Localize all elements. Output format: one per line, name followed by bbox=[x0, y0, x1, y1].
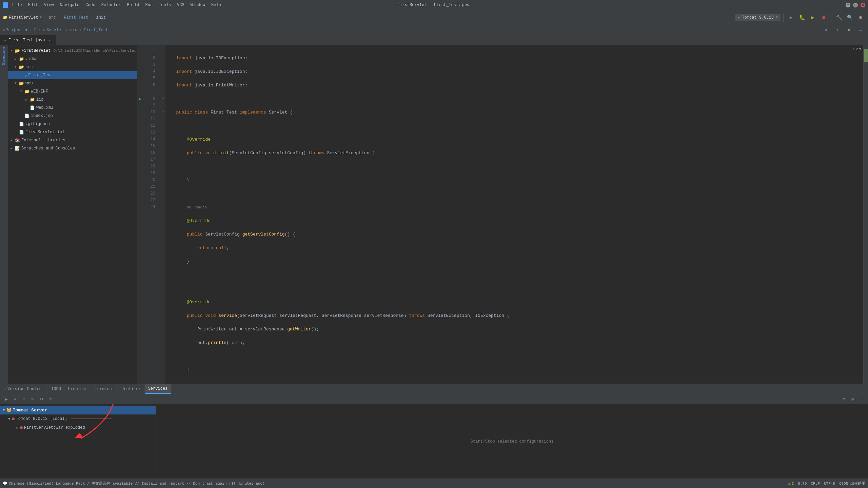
warning-count: 2 bbox=[856, 47, 858, 51]
tree-item-gitignore[interactable]: 📄 .gitignore bbox=[8, 120, 137, 128]
vc-icon: ⑂ bbox=[3, 387, 6, 391]
fold-row-1 bbox=[161, 48, 165, 55]
tab-terminal[interactable]: Terminal bbox=[91, 384, 118, 394]
settings-button[interactable]: ⚙ bbox=[856, 13, 865, 22]
services-collapse-btn[interactable]: ⊖ bbox=[20, 395, 28, 403]
run-config-selector[interactable]: ▶ Tomcat 9.0.13 ▼ bbox=[735, 14, 781, 21]
warning-status[interactable]: ⚠ 2 bbox=[788, 481, 794, 486]
menu-navigate[interactable]: Navigate bbox=[58, 2, 81, 8]
menu-code[interactable]: Code bbox=[83, 2, 97, 8]
build-button[interactable]: 🔨 bbox=[834, 13, 844, 22]
menu-build[interactable]: Build bbox=[125, 2, 141, 8]
status-left: 💬 Chinese (Simplified) Language Pack / 中… bbox=[3, 481, 265, 486]
maximize-button[interactable]: □ bbox=[853, 3, 858, 7]
tree-label-idea: .idea bbox=[25, 57, 38, 61]
menu-file[interactable]: File bbox=[10, 2, 24, 8]
tree-item-iml[interactable]: 📄 FirstServlet.iml bbox=[8, 128, 137, 136]
svc-tomcat-icon: 🐱 bbox=[6, 408, 12, 413]
services-filter-btn[interactable]: ⊟ bbox=[38, 395, 45, 403]
fold-row-6 bbox=[161, 82, 165, 89]
tree-item-src[interactable]: ▼ 📂 src bbox=[8, 63, 137, 71]
expand-arrow-root: ▼ bbox=[9, 49, 14, 53]
menu-run[interactable]: Run bbox=[143, 2, 155, 8]
encoding-indicator[interactable]: UTF-8 bbox=[824, 482, 835, 486]
tab-services[interactable]: Services bbox=[145, 384, 172, 394]
position-indicator[interactable]: 8:76 bbox=[798, 482, 807, 486]
coverage-button[interactable]: ▶ bbox=[808, 13, 817, 22]
project-selector[interactable]: 📁 FirstServlet ▼ bbox=[3, 15, 41, 20]
code-content[interactable]: import java.io.IOException; import java.… bbox=[165, 45, 863, 384]
tree-item-lib[interactable]: ▶ 📁 lib bbox=[8, 96, 137, 104]
structure-icon[interactable]: Structure bbox=[2, 47, 6, 65]
gutter-run-icon-8[interactable]: ▶ bbox=[137, 96, 144, 102]
tab-profiler[interactable]: Profiler bbox=[118, 384, 145, 394]
nav-collapse-btn[interactable]: ⊖ bbox=[821, 25, 831, 35]
line-num-10: 10 bbox=[144, 109, 158, 116]
menu-view[interactable]: View bbox=[42, 2, 56, 8]
notification-area[interactable]: 💬 Chinese (Simplified) Language Pack / 中… bbox=[3, 481, 265, 486]
tree-item-first-test[interactable]: ☕ First_Test bbox=[8, 71, 137, 79]
menu-help[interactable]: Help bbox=[209, 2, 223, 8]
services-add-btn[interactable]: + bbox=[47, 395, 54, 403]
line-separator-indicator[interactable]: CRLF bbox=[811, 482, 820, 486]
tree-item-scratches[interactable]: ▶ 📝 Scratches and Consoles bbox=[8, 144, 137, 152]
code-editor[interactable]: ⚠ 2 ▼ ▶ 1 bbox=[137, 45, 868, 384]
file-tree: ▼ 📂 FirstServlet D:\IntelliJIDEAWorkBenc… bbox=[8, 45, 137, 384]
tab-first-test[interactable]: ☕ First_Test.java ✕ bbox=[0, 35, 56, 45]
scroll-thumb[interactable] bbox=[864, 49, 868, 62]
tree-item-idea[interactable]: ▶ 📁 .idea bbox=[8, 55, 137, 63]
tab-version-control[interactable]: ⑂ Version Control bbox=[0, 384, 48, 394]
services-run-btn[interactable]: ▶ bbox=[3, 395, 10, 403]
editor-viewport[interactable]: ▶ 1 2 3 4 5 6 7 8 9 10 11 12 13 14 bbox=[137, 45, 868, 384]
svc-item-artifact[interactable]: ⊙ FirstServlet:war exploded bbox=[0, 423, 156, 432]
nav-sort-btn[interactable]: ↕ bbox=[833, 25, 842, 35]
expand-arrow-lib: ▶ bbox=[24, 98, 28, 102]
sidebar-toggle[interactable]: ≡ Project ▼ bbox=[3, 28, 27, 33]
svc-arrow-line bbox=[71, 419, 112, 419]
stop-button[interactable]: ■ bbox=[819, 13, 828, 22]
tree-item-web[interactable]: ▼ 📂 web bbox=[8, 79, 137, 87]
services-list-btn[interactable]: ≡ bbox=[12, 395, 19, 403]
svc-item-tomcat-server[interactable]: ▼ 🐱 Tomcat Server bbox=[0, 406, 156, 414]
nav-firstservlet: FirstServlet bbox=[34, 28, 63, 33]
tree-item-webxml[interactable]: 📄 web.xml bbox=[8, 104, 137, 112]
plugin-indicator[interactable]: CSDN 编程助手 bbox=[839, 481, 865, 486]
run-button[interactable]: ▶ bbox=[786, 13, 796, 22]
bottom-tab-bar: ⑂ Version Control TODO Problems Terminal… bbox=[0, 384, 868, 394]
services-minimize-btn[interactable]: — bbox=[858, 395, 865, 403]
services-gear-btn[interactable]: ⚙ bbox=[840, 395, 848, 403]
menu-edit[interactable]: Edit bbox=[26, 2, 40, 8]
tree-item-root[interactable]: ▼ 📂 FirstServlet D:\IntelliJIDEAWorkBenc… bbox=[8, 47, 137, 55]
fold-row-8[interactable]: ▼ bbox=[161, 96, 165, 102]
close-button[interactable]: ✕ bbox=[861, 3, 865, 7]
svc-item-tomcat-instance[interactable]: ▼ Tomcat 9.0.13 [local] bbox=[0, 414, 156, 423]
fold-row-10[interactable]: ▼ bbox=[161, 109, 165, 116]
services-settings-btn[interactable]: ⚙ bbox=[849, 395, 856, 403]
nav-gear-btn[interactable]: ⚙ bbox=[844, 25, 854, 35]
tree-item-extlib[interactable]: ▶ 📚 External Libraries bbox=[8, 136, 137, 144]
services-group-btn[interactable]: ⊞ bbox=[29, 395, 37, 403]
notification-icon: 💬 bbox=[3, 481, 7, 486]
tab-problems[interactable]: Problems bbox=[65, 384, 92, 394]
menu-vcs[interactable]: VCS bbox=[175, 2, 186, 8]
menu-refactor[interactable]: Refactor bbox=[99, 2, 123, 8]
warning-badge-area[interactable]: ⚠ 2 ▼ bbox=[852, 47, 861, 51]
tab-todo[interactable]: TODO bbox=[48, 384, 65, 394]
menu-tools[interactable]: Tools bbox=[157, 2, 173, 8]
debug-button[interactable]: 🐛 bbox=[797, 13, 807, 22]
search-everywhere-button[interactable]: 🔍 bbox=[845, 13, 854, 22]
nav-close-btn[interactable]: — bbox=[856, 25, 865, 35]
fold-row-7 bbox=[161, 89, 165, 96]
services-toolbar: ▶ ≡ ⊖ ⊞ ⊟ + ⚙ ⚙ — bbox=[0, 394, 868, 404]
tree-label-root: FirstServlet bbox=[21, 48, 51, 53]
breadcrumb-sep2: › bbox=[91, 15, 93, 20]
tree-item-webinf[interactable]: ▼ 📁 WEB-INF bbox=[8, 87, 137, 96]
gutter-row-5 bbox=[137, 75, 144, 82]
menu-window[interactable]: Window bbox=[189, 2, 207, 8]
minimize-button[interactable]: ─ bbox=[846, 3, 850, 7]
line-num-8: 8 bbox=[144, 96, 158, 102]
lib-folder-icon: 📁 bbox=[30, 97, 35, 102]
editor-tab-bar: ☕ First_Test.java ✕ bbox=[0, 35, 868, 45]
tree-item-indexjsp[interactable]: 📄 index.jsp bbox=[8, 112, 137, 120]
tab-close-button[interactable]: ✕ bbox=[47, 38, 52, 43]
